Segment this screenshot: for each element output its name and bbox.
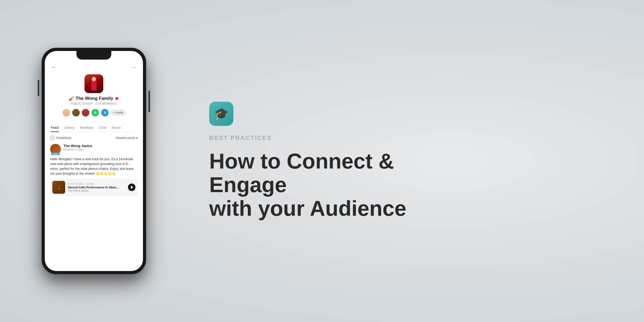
member-avatar-4: A bbox=[91, 108, 100, 117]
invite-button[interactable]: + Invite bbox=[110, 109, 126, 116]
play-icon bbox=[131, 186, 133, 189]
phone-mockup: ← ··· 🎻 The Wong Family PUB bbox=[42, 48, 146, 274]
chevron-down-icon: ▾ bbox=[136, 136, 138, 140]
phone-screen: ← ··· 🎻 The Wong Family PUB bbox=[45, 51, 143, 271]
bullet-separator: · bbox=[84, 182, 85, 185]
newest-posts-label: Newest posts bbox=[116, 136, 135, 140]
group-name-text: The Wong Family bbox=[76, 96, 113, 101]
main-title-line2: with your Audience bbox=[209, 196, 406, 220]
tab-library[interactable]: Library bbox=[64, 126, 75, 132]
face-1 bbox=[62, 109, 70, 116]
tab-about[interactable]: About bbox=[112, 126, 121, 132]
main-title-line1: How to Connect & Engage bbox=[209, 149, 394, 197]
member-avatar-3 bbox=[81, 108, 90, 117]
group-name-emoji: 🎻 bbox=[69, 96, 74, 101]
newest-posts-sort[interactable]: Newest posts ▾ bbox=[116, 136, 138, 140]
guidelines-bar: ✓ Guidelines Newest posts ▾ bbox=[50, 136, 138, 140]
member-avatar-1 bbox=[62, 108, 71, 117]
music-rating: 5.0 bbox=[71, 182, 75, 185]
group-name-row: 🎻 The Wong Family bbox=[69, 96, 119, 101]
main-title: How to Connect & Engage with your Audien… bbox=[209, 149, 410, 220]
group-avatar-image bbox=[84, 74, 103, 93]
post-item: ADMIN The Wong Janice Posted 4 d ago Hel… bbox=[50, 144, 138, 196]
admin-badge: ADMIN bbox=[51, 153, 60, 155]
guidelines-left: ✓ Guidelines bbox=[50, 136, 71, 140]
music-duration: 14 MIN bbox=[86, 182, 94, 185]
screen-content: ← ··· 🎻 The Wong Family PUB bbox=[45, 51, 143, 271]
best-practices-label: BEST PRACTICES bbox=[209, 134, 612, 141]
face-3 bbox=[82, 109, 89, 116]
music-card[interactable]: ★ 5.0 MUSIC · 14 MIN Sacred Cello Perfor… bbox=[50, 179, 138, 196]
tab-meditate[interactable]: Meditate bbox=[80, 126, 93, 132]
post-header: ADMIN The Wong Janice Posted 4 d ago bbox=[50, 144, 138, 155]
more-options-icon[interactable]: ··· bbox=[131, 64, 137, 70]
group-avatar bbox=[84, 74, 103, 93]
left-section: ← ··· 🎻 The Wong Family PUB bbox=[0, 0, 188, 322]
music-category: MUSIC bbox=[76, 182, 83, 185]
post-author: The Wong Janice bbox=[64, 144, 138, 148]
phone-top-bar: ← ··· bbox=[50, 64, 138, 70]
post-text: Hello Wongies! I have a new track for yo… bbox=[50, 157, 138, 176]
graduation-cap-icon: 🎓 bbox=[214, 107, 229, 121]
right-section: 🎓 BEST PRACTICES How to Connect & Engage… bbox=[188, 80, 644, 242]
member-avatar-5: A bbox=[101, 108, 109, 117]
post-avatar: ADMIN bbox=[50, 144, 61, 155]
member-avatar-2 bbox=[72, 108, 80, 117]
post-time: Posted 4 d ago bbox=[64, 148, 138, 151]
guidelines-label[interactable]: Guidelines bbox=[56, 136, 71, 140]
back-arrow-icon[interactable]: ← bbox=[51, 64, 56, 70]
members-row: A A + Invite bbox=[62, 108, 126, 117]
music-meta: ★ 5.0 MUSIC · 14 MIN bbox=[68, 182, 125, 185]
face-2 bbox=[72, 109, 80, 116]
music-thumbnail bbox=[52, 181, 65, 194]
music-info: ★ 5.0 MUSIC · 14 MIN Sacred Cello Perfor… bbox=[68, 182, 125, 192]
nav-tabs: Feed Library Meditate Chat About bbox=[50, 126, 138, 132]
cello-figure bbox=[87, 76, 101, 93]
music-artist: The Wong Janice bbox=[68, 189, 125, 192]
app-icon: 🎓 bbox=[209, 102, 233, 126]
group-live-badge bbox=[115, 96, 119, 101]
tab-feed[interactable]: Feed bbox=[51, 126, 59, 132]
guidelines-icon: ✓ bbox=[50, 136, 54, 140]
phone-notch bbox=[76, 51, 111, 60]
play-button[interactable] bbox=[128, 184, 135, 191]
tab-chat[interactable]: Chat bbox=[99, 126, 106, 132]
group-meta: PUBLIC GROUP · 2.2K MEMBERS bbox=[71, 102, 117, 105]
star-icon: ★ bbox=[68, 182, 70, 185]
music-title: Sacred Cello Performance In Aban... bbox=[68, 186, 125, 189]
group-profile: 🎻 The Wong Family PUBLIC GROUP · 2.2K ME… bbox=[50, 74, 138, 121]
post-meta: The Wong Janice Posted 4 d ago bbox=[64, 144, 138, 151]
